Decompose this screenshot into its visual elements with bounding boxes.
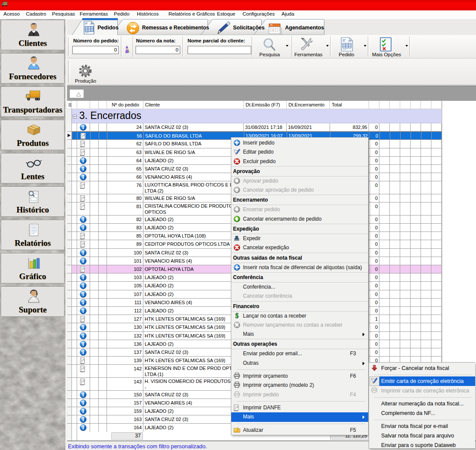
svg-text:$: $ <box>235 312 239 319</box>
